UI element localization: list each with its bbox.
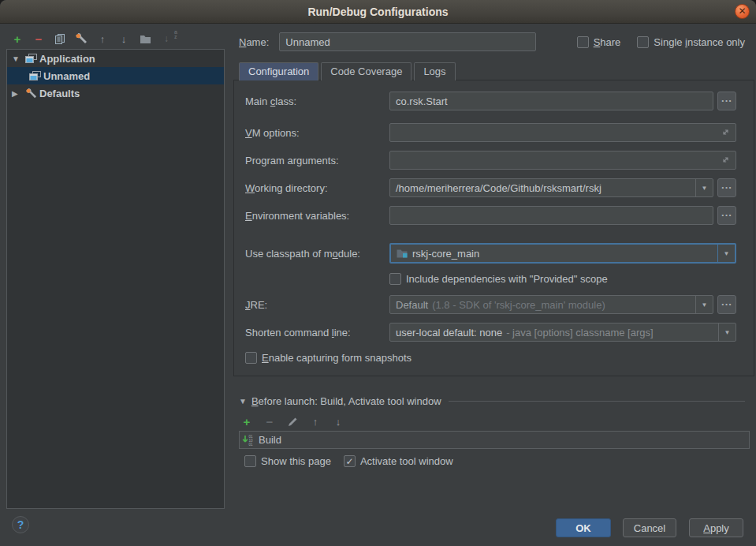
- remove-icon[interactable]: −: [263, 415, 276, 428]
- expand-icon[interactable]: [721, 127, 730, 139]
- single-instance-label: Single instance only: [654, 36, 745, 48]
- environment-variables-label: Environment variables:: [245, 210, 389, 222]
- tree-item-application[interactable]: ▼ Application: [7, 50, 224, 67]
- application-icon: [29, 71, 43, 81]
- add-icon[interactable]: +: [240, 415, 253, 428]
- tab-logs[interactable]: Logs: [414, 62, 455, 80]
- ok-button[interactable]: OK: [556, 518, 611, 537]
- expand-icon[interactable]: [721, 155, 730, 166]
- run-debug-configurations-dialog: Run/Debug Configurations ✕ + − ↑ ↓ ↓az ▼…: [0, 0, 756, 546]
- working-directory-combo[interactable]: /home/meriherrera/Code/Github/rsksmart/r…: [389, 178, 713, 197]
- tree-item-label: Application: [39, 53, 95, 65]
- title-bar[interactable]: Run/Debug Configurations ✕: [0, 0, 756, 24]
- before-launch-options: Show this page Activate tool window: [244, 455, 453, 467]
- configuration-tab-panel: Main class: co.rsk.Start VM options:: [233, 80, 754, 376]
- activate-tool-window-checkbox[interactable]: Activate tool window: [344, 455, 453, 467]
- include-dependencies-checkbox[interactable]: Include dependencies with "Provided" sco…: [389, 273, 608, 285]
- checkbox-box[interactable]: [244, 455, 256, 467]
- tree-item-unnamed[interactable]: Unnamed: [7, 67, 224, 84]
- checkbox-box[interactable]: [637, 36, 649, 48]
- apply-button[interactable]: Apply: [689, 518, 743, 537]
- sort-icon[interactable]: ↓az: [160, 32, 173, 45]
- checkbox-box[interactable]: [577, 36, 589, 48]
- before-launch-item[interactable]: Build: [259, 434, 281, 446]
- name-label: Name:: [239, 36, 269, 48]
- checkbox-box[interactable]: [389, 273, 401, 285]
- add-icon[interactable]: +: [11, 32, 24, 45]
- name-input[interactable]: Unnamed: [279, 32, 536, 51]
- browse-working-directory-button[interactable]: [717, 178, 736, 197]
- module-icon: [397, 249, 408, 258]
- defaults-wrench-icon: [25, 88, 39, 99]
- working-directory-label: Working directory:: [245, 182, 389, 194]
- build-icon: 01 10 01: [242, 434, 255, 447]
- move-down-icon[interactable]: ↓: [332, 415, 344, 428]
- copy-icon[interactable]: [54, 32, 66, 45]
- application-icon: [25, 54, 39, 64]
- tree-item-label: Defaults: [39, 88, 80, 99]
- share-checkbox[interactable]: Share: [577, 36, 621, 48]
- use-classpath-combo[interactable]: rskj-core_main ▼: [389, 243, 736, 264]
- edit-defaults-icon[interactable]: [75, 32, 88, 45]
- name-row: Name: Unnamed Share Single instance only: [239, 32, 745, 51]
- chevron-down-icon[interactable]: ▼: [12, 54, 25, 63]
- jre-label: JRE:: [245, 299, 389, 311]
- tree-item-defaults[interactable]: ▶ Defaults: [7, 84, 224, 102]
- chevron-down-icon[interactable]: ▼: [718, 323, 736, 341]
- tab-configuration[interactable]: Configuration: [239, 62, 318, 80]
- configurations-toolbar: + − ↑ ↓ ↓az: [11, 32, 173, 46]
- svg-text:01: 01: [249, 443, 254, 447]
- browse-jre-button[interactable]: [717, 295, 736, 314]
- chevron-down-icon[interactable]: ▼: [695, 179, 713, 196]
- before-launch-list: 01 10 01 Build: [239, 431, 750, 449]
- remove-icon[interactable]: −: [32, 32, 45, 45]
- tree-item-label: Unnamed: [43, 70, 90, 82]
- window-title: Run/Debug Configurations: [307, 6, 448, 18]
- environment-variables-input[interactable]: [389, 206, 713, 225]
- program-arguments-label: Program arguments:: [245, 155, 389, 166]
- tab-code-coverage[interactable]: Code Coverage: [321, 62, 412, 80]
- checkbox-box[interactable]: [344, 455, 356, 467]
- capture-snapshots-checkbox[interactable]: Enable capturing form snapshots: [245, 352, 412, 364]
- folder-icon[interactable]: [139, 32, 151, 45]
- configurations-tree: ▼ Application Unnamed ▶ Defaults: [6, 49, 225, 509]
- checkbox-box[interactable]: [245, 352, 257, 364]
- help-button[interactable]: ?: [12, 516, 29, 533]
- jre-combo[interactable]: Default (1.8 - SDK of 'rskj-core_main' m…: [389, 295, 713, 314]
- chevron-down-icon[interactable]: ▼: [717, 245, 735, 262]
- program-arguments-input[interactable]: [389, 151, 736, 170]
- vm-options-label: VM options:: [245, 127, 389, 139]
- tab-bar: Configuration Code Coverage Logs: [239, 62, 458, 80]
- move-up-icon[interactable]: ↑: [96, 32, 109, 45]
- browse-main-class-button[interactable]: [717, 92, 736, 110]
- edit-icon[interactable]: [286, 415, 299, 428]
- main-class-input[interactable]: co.rsk.Start: [389, 92, 713, 110]
- shorten-command-line-label: Shorten command line:: [245, 327, 389, 338]
- close-icon[interactable]: ✕: [735, 4, 750, 19]
- share-label: Share: [594, 36, 621, 48]
- chevron-right-icon[interactable]: ▶: [12, 89, 25, 98]
- chevron-down-icon[interactable]: ▼: [695, 296, 713, 313]
- before-launch-title: Before launch: Build, Activate tool wind…: [251, 395, 441, 407]
- chevron-down-icon[interactable]: ▼: [239, 397, 247, 406]
- main-class-label: Main class:: [245, 95, 389, 107]
- before-launch-toolbar: + − ↑ ↓: [240, 415, 344, 428]
- shorten-command-line-combo[interactable]: user-local default: none - java [options…: [389, 323, 736, 342]
- move-up-icon[interactable]: ↑: [309, 415, 322, 428]
- single-instance-checkbox[interactable]: Single instance only: [637, 36, 745, 48]
- divider: [449, 401, 745, 402]
- browse-environment-variables-button[interactable]: [717, 206, 736, 225]
- cancel-button[interactable]: Cancel: [623, 518, 676, 537]
- use-classpath-label: Use classpath of module:: [245, 248, 389, 260]
- before-launch-header[interactable]: ▼ Before launch: Build, Activate tool wi…: [239, 395, 745, 407]
- vm-options-input[interactable]: [389, 123, 736, 142]
- move-down-icon[interactable]: ↓: [117, 32, 130, 45]
- show-this-page-checkbox[interactable]: Show this page: [244, 455, 331, 467]
